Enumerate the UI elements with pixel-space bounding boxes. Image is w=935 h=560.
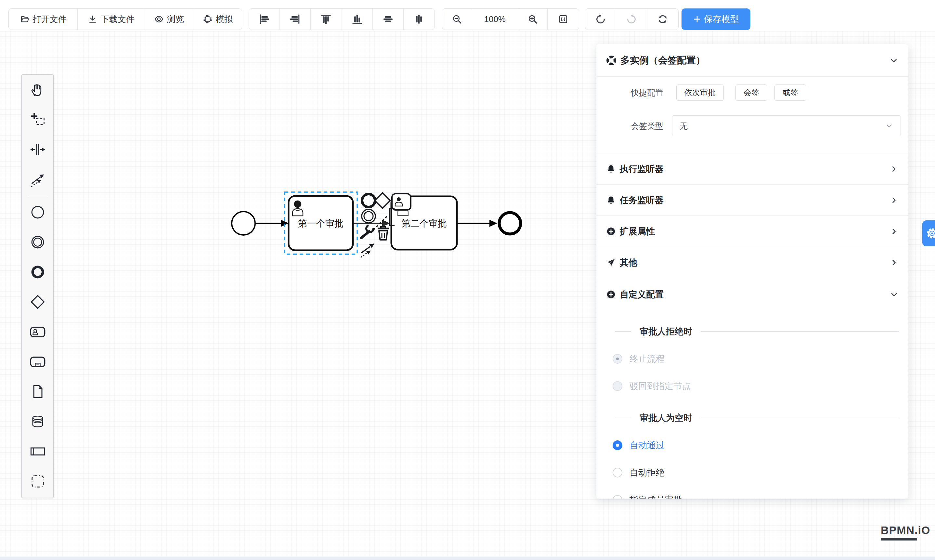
sign-type-select[interactable]: 无 (672, 115, 901, 136)
start-event-node[interactable] (232, 212, 255, 235)
bell-icon (606, 164, 616, 174)
multi-instance-icon (606, 55, 617, 66)
connect-icon[interactable] (361, 243, 374, 257)
quick-option-sequential[interactable]: 依次审批 (676, 85, 724, 101)
radio-auto-pass[interactable]: 自动通过 (597, 439, 908, 451)
panel-title: 多实例（会签配置） (620, 54, 705, 67)
sequence-flow-1[interactable] (255, 220, 289, 227)
sign-type-label: 会签类型 (627, 121, 663, 131)
chevron-down-icon (889, 290, 899, 299)
radio-circle[interactable] (613, 495, 622, 498)
paper-plane-icon (606, 258, 616, 268)
gear-icon (926, 227, 935, 240)
radio-circle[interactable] (613, 468, 622, 477)
quick-config-row: 快捷配置 依次审批 会签 或签 (597, 85, 908, 101)
chevron-down-icon[interactable] (889, 55, 899, 65)
end-event-node[interactable] (499, 212, 521, 234)
section-custom-config[interactable]: 自定义配置 (597, 278, 908, 311)
append-end-event-icon[interactable] (362, 194, 375, 207)
bottom-scrollbar[interactable] (0, 557, 935, 560)
logo-underline (881, 538, 917, 540)
quick-config-label: 快捷配置 (627, 88, 663, 98)
bpmn-io-logo[interactable]: BPMN.iO (881, 524, 930, 540)
chevron-right-icon (889, 258, 899, 267)
append-gateway-icon[interactable] (375, 193, 390, 208)
settings-tab[interactable] (922, 220, 935, 246)
reject-section-title: 审批人拒绝时 (597, 326, 908, 337)
quick-option-orsign[interactable]: 或签 (775, 85, 806, 101)
plus-circle-icon (606, 289, 616, 299)
empty-section-title: 审批人为空时 (597, 412, 908, 424)
chevron-down-icon (885, 122, 893, 130)
sign-type-row: 会签类型 无 (597, 115, 908, 136)
properties-panel: 多实例（会签配置） 快捷配置 依次审批 会签 或签 会签类型 无 (597, 44, 908, 498)
section-task-listener[interactable]: 任务监听器 (597, 185, 908, 216)
radio-terminate-process[interactable]: 终止流程 (597, 353, 908, 365)
radio-auto-reject[interactable]: 自动拒绝 (597, 467, 908, 478)
section-extended-properties[interactable]: 扩展属性 (597, 216, 908, 247)
section-other[interactable]: 其他 (597, 247, 908, 278)
radio-circle[interactable] (613, 381, 622, 391)
sequence-flow-2[interactable] (353, 220, 390, 227)
bell-icon (606, 195, 616, 205)
append-user-task-icon[interactable] (392, 194, 411, 210)
radio-circle[interactable] (613, 354, 622, 364)
panel-header[interactable]: 多实例（会签配置） (597, 44, 908, 77)
section-execution-listener[interactable]: 执行监听器 (597, 154, 908, 185)
sequence-flow-3[interactable] (457, 220, 497, 227)
task-node-first[interactable]: 第一个审批 (289, 196, 353, 250)
radio-circle[interactable] (613, 440, 622, 450)
bpmn-editor-screen: 打开文件 下载文件 浏览 模拟 (0, 0, 935, 560)
chevron-right-icon (889, 195, 899, 205)
trash-icon[interactable] (378, 227, 389, 240)
wrench-icon[interactable] (361, 225, 374, 238)
logo-text: BPMN.iO (881, 524, 930, 537)
task-label: 第一个审批 (298, 218, 343, 228)
quick-option-countersign[interactable]: 会签 (735, 85, 767, 101)
plus-circle-icon (606, 226, 616, 236)
radio-assign-member[interactable]: 指定成员审批 (597, 494, 908, 498)
chevron-right-icon (889, 227, 899, 236)
append-intermediate-event-icon[interactable] (362, 209, 375, 223)
chevron-right-icon (889, 165, 899, 174)
sign-type-value: 无 (680, 121, 688, 131)
task-label: 第二个审批 (401, 218, 447, 228)
radio-return-to-node[interactable]: 驳回到指定节点 (597, 380, 908, 392)
